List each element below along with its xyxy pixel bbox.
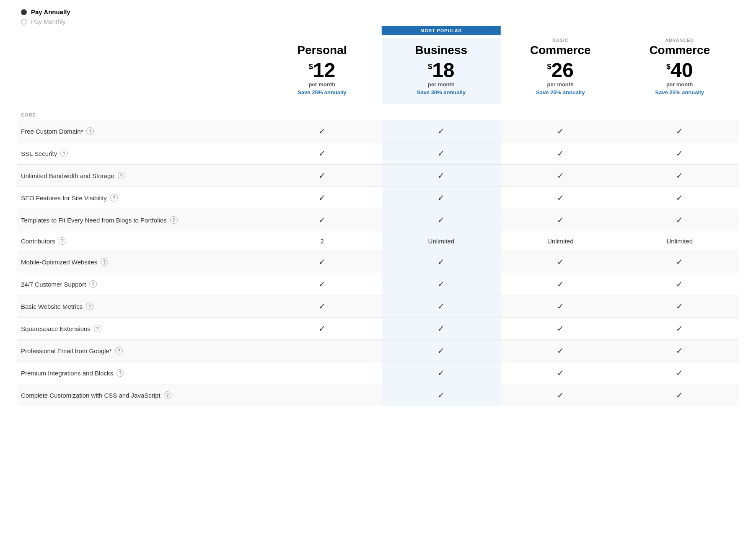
help-icon[interactable]: ? bbox=[115, 347, 123, 354]
feature-value-11-plan-2: ✓ bbox=[501, 362, 620, 384]
feature-value-11-plan-0 bbox=[262, 362, 381, 384]
help-icon[interactable]: ? bbox=[86, 303, 93, 310]
help-icon[interactable]: ? bbox=[101, 258, 108, 266]
price-row-basic-commerce: $ 26 bbox=[505, 60, 616, 80]
check-icon: ✓ bbox=[438, 257, 445, 266]
check-icon: ✓ bbox=[557, 391, 564, 400]
feature-value-9-plan-1: ✓ bbox=[382, 318, 501, 340]
save-personal: Save 25% annually bbox=[267, 89, 377, 96]
table-row: SEO Features for Site Visibility?✓✓✓✓ bbox=[17, 187, 739, 209]
feature-label-0: Free Custom Domain* bbox=[21, 128, 83, 135]
check-icon: ✓ bbox=[557, 302, 564, 311]
feature-label-7: 24/7 Customer Support bbox=[21, 281, 86, 288]
feature-name-1: SSL Security? bbox=[21, 150, 258, 157]
table-row: Contributors?2UnlimitedUnlimitedUnlimite… bbox=[17, 231, 739, 251]
feature-value-2-plan-1: ✓ bbox=[382, 165, 501, 187]
feature-name-cell-11: Premium Integrations and Blocks? bbox=[17, 362, 262, 384]
help-icon[interactable]: ? bbox=[94, 325, 101, 332]
table-row: Free Custom Domain*?✓✓✓✓ bbox=[17, 120, 739, 142]
table-row: Mobile-Optimized Websites?✓✓✓✓ bbox=[17, 251, 739, 273]
help-icon[interactable]: ? bbox=[118, 172, 125, 179]
feature-value-1-plan-2: ✓ bbox=[501, 142, 620, 165]
per-month-business: per month bbox=[386, 81, 497, 88]
feature-value-0-plan-1: ✓ bbox=[382, 120, 501, 142]
radio-annually-selected bbox=[21, 9, 27, 15]
feature-value-4-plan-0: ✓ bbox=[262, 209, 381, 231]
feature-name-9: Squarespace Extensions? bbox=[21, 325, 258, 332]
feature-name-cell-6: Mobile-Optimized Websites? bbox=[17, 251, 262, 273]
check-icon: ✓ bbox=[557, 127, 564, 136]
check-icon: ✓ bbox=[557, 257, 564, 266]
feature-value-4-plan-2: ✓ bbox=[501, 209, 620, 231]
check-icon: ✓ bbox=[438, 215, 445, 225]
feature-name-cell-5: Contributors? bbox=[17, 231, 262, 251]
check-icon: ✓ bbox=[676, 149, 683, 158]
feature-name-11: Premium Integrations and Blocks? bbox=[21, 369, 258, 377]
check-icon: ✓ bbox=[318, 324, 326, 333]
check-icon: ✓ bbox=[438, 279, 445, 289]
help-icon[interactable]: ? bbox=[170, 216, 178, 224]
check-icon: ✓ bbox=[676, 193, 683, 202]
dollar-advanced-commerce: $ bbox=[666, 62, 671, 71]
feature-name-12: Complete Customization with CSS and Java… bbox=[21, 391, 258, 399]
pay-annually-label: Pay Annually bbox=[31, 8, 70, 16]
feature-value-7-plan-0: ✓ bbox=[262, 273, 381, 295]
per-month-basic-commerce: per month bbox=[505, 81, 616, 88]
table-row: Squarespace Extensions?✓✓✓✓ bbox=[17, 318, 739, 340]
price-business: 18 bbox=[432, 60, 454, 80]
feature-label-3: SEO Features for Site Visibility bbox=[21, 194, 107, 202]
pay-annually-option[interactable]: Pay Annually bbox=[21, 8, 739, 16]
most-popular-badge: MOST POPULAR bbox=[382, 26, 501, 35]
feature-value-6-plan-2: ✓ bbox=[501, 251, 620, 273]
table-row: Unlimited Bandwidth and Storage?✓✓✓✓ bbox=[17, 165, 739, 187]
plan-header-business: MOST POPULAR Business $ 18 per month Sav… bbox=[382, 38, 501, 104]
check-icon: ✓ bbox=[438, 324, 445, 333]
check-icon: ✓ bbox=[557, 324, 564, 333]
table-row: 24/7 Customer Support?✓✓✓✓ bbox=[17, 273, 739, 295]
feature-name-cell-0: Free Custom Domain*? bbox=[17, 120, 262, 142]
check-icon: ✓ bbox=[676, 346, 683, 355]
feature-value-2-plan-0: ✓ bbox=[262, 165, 381, 187]
help-icon[interactable]: ? bbox=[60, 150, 68, 157]
pricing-table: Personal $ 12 per month Save 25% annuall… bbox=[17, 38, 739, 406]
table-row: Complete Customization with CSS and Java… bbox=[17, 384, 739, 406]
feature-value-12-plan-1: ✓ bbox=[382, 384, 501, 406]
feature-name-cell-2: Unlimited Bandwidth and Storage? bbox=[17, 165, 262, 187]
help-icon[interactable]: ? bbox=[86, 127, 94, 135]
check-icon: ✓ bbox=[318, 279, 326, 289]
help-icon[interactable]: ? bbox=[110, 194, 118, 202]
feature-value-0-plan-3: ✓ bbox=[620, 120, 739, 142]
feature-label-10: Professional Email from Google* bbox=[21, 347, 112, 354]
feature-value-5-plan-0: 2 bbox=[262, 231, 381, 251]
help-icon[interactable]: ? bbox=[117, 369, 124, 377]
feature-name-7: 24/7 Customer Support? bbox=[21, 280, 258, 288]
feature-value-9-plan-0: ✓ bbox=[262, 318, 381, 340]
feature-value-5-plan-3: Unlimited bbox=[620, 231, 739, 251]
help-icon[interactable]: ? bbox=[164, 391, 171, 399]
feature-value-11-plan-3: ✓ bbox=[620, 362, 739, 384]
help-icon[interactable]: ? bbox=[59, 237, 66, 245]
feature-name-cell-9: Squarespace Extensions? bbox=[17, 318, 262, 340]
pay-monthly-option[interactable]: Pay Monthly bbox=[21, 18, 739, 25]
check-icon: ✓ bbox=[676, 127, 683, 136]
price-row-business: $ 18 bbox=[386, 60, 497, 80]
help-icon[interactable]: ? bbox=[89, 280, 97, 288]
check-icon: ✓ bbox=[676, 324, 683, 333]
pay-monthly-label: Pay Monthly bbox=[31, 18, 66, 25]
check-icon: ✓ bbox=[557, 215, 564, 225]
feature-label-12: Complete Customization with CSS and Java… bbox=[21, 392, 161, 399]
dollar-business: $ bbox=[428, 62, 432, 71]
radio-monthly-empty bbox=[21, 19, 27, 25]
feature-name-8: Basic Website Metrics? bbox=[21, 303, 258, 310]
price-row-personal: $ 12 bbox=[267, 60, 377, 80]
feature-name-cell-3: SEO Features for Site Visibility? bbox=[17, 187, 262, 209]
feature-value-9-plan-2: ✓ bbox=[501, 318, 620, 340]
check-icon: ✓ bbox=[438, 368, 445, 378]
check-icon: ✓ bbox=[676, 302, 683, 311]
feature-col-header bbox=[17, 38, 262, 104]
feature-name-3: SEO Features for Site Visibility? bbox=[21, 194, 258, 202]
feature-name-0: Free Custom Domain*? bbox=[21, 127, 258, 135]
feature-value-8-plan-2: ✓ bbox=[501, 295, 620, 318]
feature-value-3-plan-1: ✓ bbox=[382, 187, 501, 209]
save-basic-commerce: Save 25% annually bbox=[505, 89, 616, 96]
